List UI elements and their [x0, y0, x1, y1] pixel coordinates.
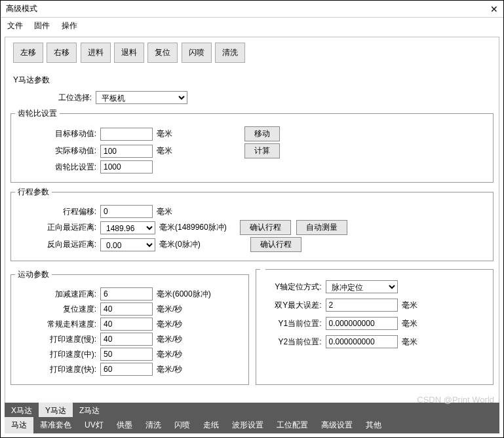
menu-firmware[interactable]: 固件 [34, 21, 50, 30]
confirm-travel-1-button[interactable]: 确认行程 [240, 220, 291, 235]
y1-input[interactable] [326, 317, 398, 330]
tab-clean[interactable]: 清洗 [139, 417, 168, 433]
mid-input[interactable] [100, 348, 153, 361]
fwd-label: 正向最远距离: [15, 222, 100, 233]
normal-unit: 毫米/秒 [157, 319, 182, 330]
tab-base[interactable]: 基准套色 [33, 417, 78, 433]
main-panel: Y马达参数 工位选择: 平板机 齿轮比设置 目标移动值: 毫米 移动 实际移动值… [5, 68, 499, 420]
offset-unit: 毫米 [157, 206, 172, 217]
reset-button[interactable]: 复位 [147, 43, 178, 63]
fast-unit: 毫米/秒 [157, 364, 182, 375]
mid-label: 打印速度(中): [15, 349, 100, 360]
station-label: 工位选择: [10, 92, 96, 103]
y2-unit: 毫米 [402, 337, 417, 348]
main-tabs: 马达 基准套色 UV灯 供墨 清洗 闪喷 走纸 波形设置 工位配置 高级设置 其… [5, 417, 499, 433]
fwd-select[interactable]: 1489.96 [100, 221, 155, 234]
left-button[interactable]: 左移 [13, 43, 43, 63]
ymode-label: Y轴定位方式: [260, 282, 326, 293]
slow-unit: 毫米/秒 [157, 334, 182, 345]
y1-unit: 毫米 [402, 318, 417, 329]
offset-input[interactable] [100, 205, 153, 218]
rev-select[interactable]: 0.00 [100, 238, 155, 251]
yerr-input[interactable] [326, 299, 398, 312]
travel-legend: 行程参数 [15, 187, 52, 198]
accel-label: 加减速距离: [15, 289, 100, 300]
flash-button[interactable]: 闪喷 [182, 43, 212, 63]
gear-legend: 齿轮比设置 [15, 108, 60, 119]
ymode-select[interactable]: 脉冲定位 [326, 280, 398, 293]
toolbar: 左移 右移 进料 退料 复位 闪喷 清洗 [5, 37, 499, 68]
tab-uv[interactable]: UV灯 [78, 417, 110, 433]
menubar: 文件 固件 操作 [1, 18, 503, 34]
target-label: 目标移动值: [15, 128, 100, 139]
yerr-unit: 毫米 [402, 300, 417, 311]
normal-input[interactable] [100, 318, 153, 331]
slow-input[interactable] [100, 333, 153, 346]
rev-label: 反向最远距离: [15, 239, 100, 250]
ratio-label: 齿轮比设置: [15, 162, 100, 173]
mid-unit: 毫米/秒 [157, 349, 182, 360]
target-input[interactable] [100, 128, 153, 141]
feed-button[interactable]: 进料 [81, 43, 111, 63]
right-button[interactable]: 右移 [47, 43, 77, 63]
fast-input[interactable] [100, 363, 153, 376]
normal-label: 常规走料速度: [15, 319, 100, 330]
resetspd-unit: 毫米/秒 [157, 304, 182, 315]
window-title: 高级模式 [6, 3, 37, 14]
accel-unit: 毫米(6000脉冲) [157, 289, 211, 300]
yerr-label: 双Y最大误差: [260, 300, 326, 311]
actual-input[interactable] [100, 145, 153, 158]
tab-ink[interactable]: 供墨 [110, 417, 139, 433]
fast-label: 打印速度(快): [15, 364, 100, 375]
y2-label: Y2当前位置: [260, 337, 326, 348]
clean-button[interactable]: 清洗 [215, 43, 245, 63]
accel-input[interactable] [100, 287, 153, 301]
confirm-travel-2-button[interactable]: 确认行程 [250, 237, 301, 252]
unfeed-button[interactable]: 退料 [114, 43, 144, 63]
auto-measure-button[interactable]: 自动测量 [296, 220, 347, 235]
tab-motor[interactable]: 马达 [5, 417, 33, 433]
calc-button[interactable]: 计算 [244, 143, 280, 158]
motion-fieldset: 运动参数 加减速距离:毫米(6000脉冲) 复位速度:毫米/秒 常规走料速度:毫… [10, 269, 249, 385]
tab-paper[interactable]: 走纸 [197, 417, 225, 433]
offset-label: 行程偏移: [15, 206, 100, 217]
target-unit: 毫米 [157, 128, 172, 139]
actual-unit: 毫米 [157, 145, 172, 156]
motion-legend: 运动参数 [15, 269, 52, 280]
close-icon[interactable]: ✕ [490, 4, 498, 14]
tab-wave[interactable]: 波形设置 [225, 417, 270, 433]
gear-fieldset: 齿轮比设置 目标移动值: 毫米 移动 实际移动值: 毫米 计算 齿轮比设置: [10, 108, 494, 183]
y2-input[interactable] [326, 335, 398, 348]
tab-other[interactable]: 其他 [359, 417, 388, 433]
slow-label: 打印速度(慢): [15, 334, 100, 345]
y1-label: Y1当前位置: [260, 318, 326, 329]
fwd-unit: 毫米(1489960脉冲) [159, 222, 227, 233]
menu-operate[interactable]: 操作 [62, 21, 77, 30]
move-button[interactable]: 移动 [244, 126, 280, 141]
menu-file[interactable]: 文件 [7, 21, 23, 30]
rev-unit: 毫米(0脉冲) [159, 239, 201, 250]
tab-adv[interactable]: 高级设置 [315, 417, 359, 433]
ypos-fieldset: Y轴定位方式:脉冲定位 双Y最大误差:毫米 Y1当前位置:毫米 Y2当前位置:毫… [256, 269, 494, 385]
tab-flash[interactable]: 闪喷 [168, 417, 197, 433]
ratio-input[interactable] [100, 160, 153, 173]
section-title: Y马达参数 [13, 75, 494, 86]
travel-fieldset: 行程参数 行程偏移: 毫米 正向最远距离: 1489.96 毫米(1489960… [10, 187, 494, 261]
actual-label: 实际移动值: [15, 145, 100, 156]
resetspd-input[interactable] [100, 302, 153, 316]
resetspd-label: 复位速度: [15, 304, 100, 315]
station-select[interactable]: 平板机 [96, 91, 187, 104]
tab-station[interactable]: 工位配置 [270, 417, 315, 433]
